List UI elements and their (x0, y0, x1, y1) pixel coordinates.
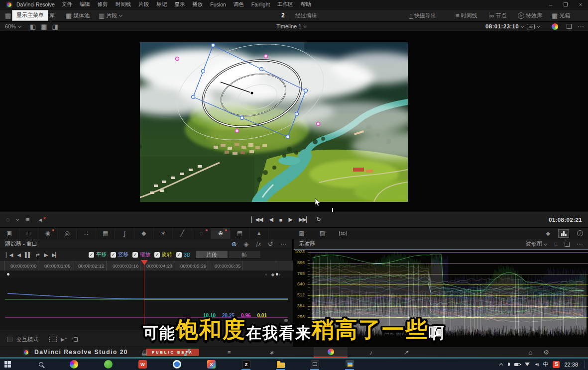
maximize-button[interactable] (558, 0, 573, 9)
video-frame[interactable] (140, 42, 408, 202)
gallery-button[interactable]: ▤ (5, 9, 11, 21)
info-button[interactable]: i (577, 230, 583, 236)
page-color-button[interactable] (314, 347, 348, 358)
wps-app-icon[interactable]: W (138, 360, 147, 369)
menu-item[interactable]: 文件 (62, 1, 72, 8)
menu-item[interactable]: 标记 (156, 1, 167, 8)
show-desktop-button[interactable] (585, 361, 585, 369)
single-viewer-icon[interactable]: ◧ (30, 23, 36, 30)
viewer-scrub-bar[interactable] (0, 211, 588, 211)
tray-expand-icon[interactable] (499, 363, 503, 367)
menu-item[interactable]: 显示 (174, 1, 185, 8)
tracker-target-icon[interactable]: ⊕ (232, 241, 237, 247)
clips-button[interactable]: ▥ 片段 (99, 9, 122, 21)
fx-tracker-icon[interactable]: ƒx (256, 242, 261, 247)
pause-button[interactable]: ▌▌ (25, 252, 31, 258)
tracker-button[interactable]: ⊕ (211, 228, 231, 239)
color-match-button[interactable]: □ (19, 228, 39, 239)
tracker-playhead[interactable] (141, 260, 148, 265)
ime-indicator[interactable]: 中 (543, 361, 548, 368)
zoom-select[interactable]: 60% (5, 22, 21, 31)
key-button[interactable]: ▩ (291, 228, 312, 239)
expand-viewer-button[interactable] (567, 22, 572, 31)
wifi-icon[interactable] (525, 363, 530, 366)
power-window-overlay[interactable] (140, 42, 408, 202)
close-button[interactable]: × (573, 0, 588, 9)
curves-button[interactable]: ʃ (115, 228, 134, 239)
loop-button[interactable]: ↻ (316, 216, 321, 223)
page-deliver-button[interactable]: ↗ (398, 347, 413, 358)
scrollbar-thumb[interactable] (284, 319, 288, 322)
track-back-button[interactable]: ◀ (17, 252, 20, 258)
microphone-icon[interactable] (508, 363, 510, 366)
menu-item[interactable]: Fairlight (251, 1, 270, 7)
menu-item[interactable]: 编辑 (80, 1, 90, 8)
interactive-mode-checkbox[interactable] (7, 337, 12, 342)
power-window-button[interactable]: ◌ (192, 228, 212, 239)
more-icon[interactable]: ⋯ (280, 241, 287, 247)
hdr-wheels-button[interactable]: ◎ (58, 228, 77, 239)
nodes-button[interactable]: ∞ 节点 (489, 9, 506, 21)
reset-icon[interactable]: ↺ (268, 241, 273, 247)
media-pool-button[interactable]: ▦ 媒体池 (66, 9, 90, 21)
page-edit-button[interactable]: ≡ (222, 347, 236, 358)
menu-item[interactable]: 播放 (192, 1, 203, 8)
split-viewer-icon[interactable]: ▦ (41, 23, 47, 30)
track-type-checkbox[interactable]: ✓ 缩放 (132, 251, 150, 258)
file-explorer-icon[interactable] (276, 360, 285, 369)
track-forward-button[interactable]: ▶ (44, 252, 48, 258)
unmix-icon[interactable]: ≡ (26, 216, 30, 223)
photos-app-icon[interactable] (70, 360, 78, 369)
page-fairlight-button[interactable]: ♪ (363, 347, 378, 358)
mute-button[interactable]: ◄✕ (37, 217, 43, 223)
step-back-button[interactable]: ◀ (269, 216, 272, 223)
app-logo-icon[interactable] (6, 1, 12, 8)
color-wheels-button[interactable]: ◉ (38, 228, 58, 239)
menu-item[interactable]: 工作区 (277, 1, 293, 8)
search-icon[interactable] (39, 362, 43, 367)
page-fusion-button[interactable]: ∗ (264, 347, 279, 358)
proxy-quality-button[interactable]: HQ (527, 22, 540, 31)
go-to-start-button[interactable]: ▏◀◀ (251, 216, 262, 223)
menu-item[interactable]: 帮助 (301, 1, 311, 8)
qualifier-3d-button[interactable]: ∗ (154, 228, 173, 239)
tab-clip[interactable]: 片段 (195, 250, 228, 259)
lightbox-button[interactable]: ▦ 光箱 (552, 9, 570, 21)
track-type-checkbox[interactable]: ✓ 平移 (89, 251, 107, 258)
tracking-region-icon[interactable] (49, 337, 57, 342)
sogou-icon[interactable]: S (553, 361, 560, 368)
rgb-mixer-button[interactable]: ∷ (77, 228, 96, 239)
track-type-checkbox[interactable]: ✓ 竖移 (111, 251, 128, 258)
viewer-options-button[interactable]: ⋯ (578, 22, 584, 31)
page-media-button[interactable]: ▤ (137, 347, 152, 358)
quick-export-button[interactable]: ↑ 快捷导出 (409, 9, 436, 21)
picker-button[interactable]: ╱ (173, 228, 192, 239)
volume-icon[interactable]: ◄) (534, 362, 539, 367)
wipe-viewer-icon[interactable]: ◨ (52, 23, 58, 30)
scopes-button[interactable] (558, 229, 569, 238)
tab-frame[interactable]: 帧 (228, 250, 261, 259)
magic-mask-button[interactable]: ▤ (231, 228, 250, 239)
clock[interactable]: 22:38 (564, 362, 578, 368)
keyframe-dot[interactable] (7, 273, 9, 276)
minimize-button[interactable]: – (543, 0, 558, 9)
track-bidirectional-button[interactable]: ⇄ (35, 252, 39, 258)
xmind-app-icon[interactable]: X (207, 360, 216, 369)
effects-library-button[interactable]: fx 特效库 (518, 9, 542, 21)
page-cut-button[interactable]: ▞ (179, 347, 194, 358)
menu-item[interactable]: Fusion (210, 1, 226, 7)
more-icon[interactable]: ⋯ (577, 241, 583, 247)
track-to-end-button[interactable]: ▶▏ (52, 252, 58, 258)
track-type-checkbox[interactable]: ✓ 旋转 (154, 251, 172, 258)
scope-mode-select[interactable]: 波形图 (525, 240, 547, 248)
menu-item[interactable]: 修剪 (98, 1, 108, 8)
play-button[interactable]: ▶ (289, 216, 292, 223)
cloud-tracker-icon[interactable]: ◈ (244, 241, 249, 247)
record-timecode[interactable]: 01:08:02:21 (549, 217, 582, 223)
clip-timecode[interactable]: 08:01:23:10 (485, 22, 524, 31)
delete-point-icon[interactable]: + (71, 337, 78, 342)
go-to-end-button[interactable]: ▶▶▏ (299, 216, 310, 223)
keyframe-nav[interactable]: ‹ ◆ › (265, 272, 282, 277)
insert-point-icon[interactable]: ▶⁺ (61, 337, 67, 342)
wechat-app-icon[interactable] (104, 360, 113, 369)
